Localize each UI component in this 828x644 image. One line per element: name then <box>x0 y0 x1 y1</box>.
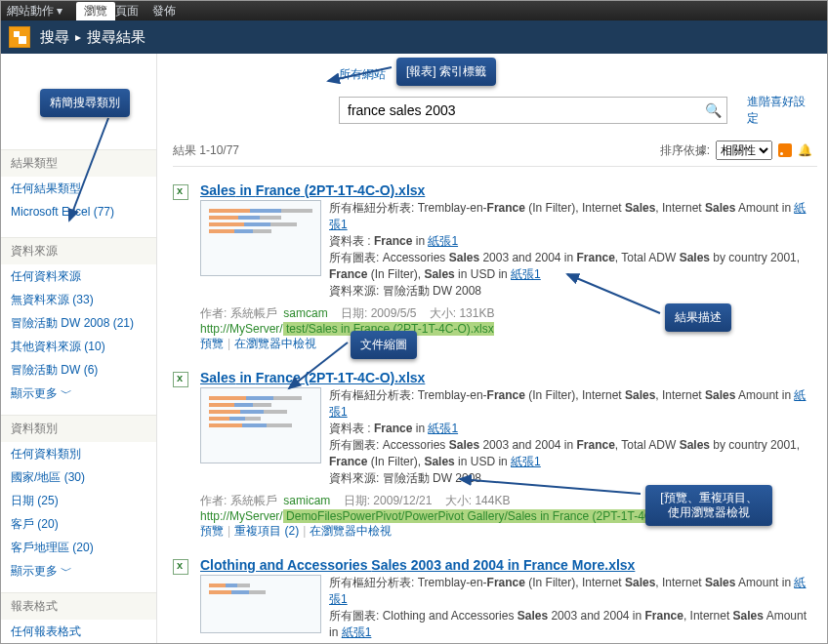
refine-no-source[interactable]: 無資料來源 (33) <box>1 288 156 311</box>
advanced-search-link[interactable]: 進階喜好設定 <box>747 94 817 127</box>
preview-link[interactable]: 預覽 <box>200 337 224 350</box>
result-date: 日期: 2009/12/21 <box>344 494 433 507</box>
ribbon-topbar: 網站動作 ▾ 瀏覽 頁面 發佈 <box>1 1 827 20</box>
results-area: 所有網站 人員 報表 🔍 進階喜好設定 結果 1-10/77 排序依據: 相關性… <box>157 54 827 643</box>
excel-icon <box>173 372 188 387</box>
refine-group-result-type: 結果類型 <box>1 149 156 177</box>
scope-all-sites[interactable]: 所有網站 <box>339 66 386 83</box>
result-author: 作者: 系統帳戶 <box>200 494 277 507</box>
callout-description: 結果描述 <box>665 303 731 332</box>
sheet-link[interactable]: 紙張1 <box>511 455 541 468</box>
alert-icon[interactable]: 🔔 <box>798 143 811 157</box>
refine-other-source[interactable]: 其他資料來源 (10) <box>1 335 156 358</box>
results-header: 結果 1-10/77 排序依據: 相關性 🔔 <box>173 137 817 167</box>
result-item: Clothing and Accessories Sales 2003 and … <box>173 551 817 643</box>
result-description: 所有樞紐分析表: Tremblay-en-France (In Filter),… <box>329 200 817 300</box>
refine-dw2008[interactable]: 冒險活動 DW 2008 (21) <box>1 311 156 335</box>
duplicates-link[interactable]: 重複項目 (2) <box>234 524 299 538</box>
tab-page[interactable]: 頁面 <box>115 3 139 20</box>
result-item: Sales in France (2PT-1T-4C-O).xlsx 所有樞紐分… <box>173 177 817 364</box>
open-browser-link[interactable]: 在瀏覽器中檢視 <box>310 524 392 538</box>
result-count: 結果 1-10/77 <box>173 142 239 159</box>
refine-any-source[interactable]: 任何資料來源 <box>1 264 156 288</box>
search-box: 🔍 <box>339 97 727 124</box>
breadcrumb-sep: ▸ <box>75 30 81 44</box>
breadcrumb-root[interactable]: 搜尋 <box>40 28 69 47</box>
search-input[interactable] <box>340 102 699 118</box>
page-header: 搜尋 ▸ 搜尋結果 <box>1 20 827 54</box>
refine-group-category: 資料類別 <box>1 415 156 442</box>
refine-group-format: 報表格式 <box>1 592 156 620</box>
tab-browse[interactable]: 瀏覽 <box>76 2 115 20</box>
site-actions-menu[interactable]: 網站動作 ▾ <box>7 3 62 20</box>
result-author: 作者: 系統帳戶 <box>200 306 277 320</box>
refine-any-cat[interactable]: 任何資料類別 <box>1 442 156 465</box>
refine-custgeo[interactable]: 客戶地理區 (20) <box>1 536 156 559</box>
refine-excel[interactable]: Microsoft Excel (77) <box>1 200 156 223</box>
callout-thumbnail: 文件縮圖 <box>351 331 417 359</box>
result-title-link[interactable]: Clothing and Accessories Sales 2003 and … <box>200 557 635 573</box>
callout-refine: 精簡搜尋類別 <box>40 89 130 117</box>
result-thumbnail[interactable] <box>200 575 321 633</box>
result-description: 所有樞紐分析表: Tremblay-en-France (In Filter),… <box>329 387 817 487</box>
callout-reports-tab: [報表] 索引標籤 <box>396 58 496 86</box>
refine-dw[interactable]: 冒險活動 DW (6) <box>1 358 156 382</box>
breadcrumb-current: 搜尋結果 <box>87 28 145 47</box>
refine-cat-more[interactable]: 顯示更多 ﹀ <box>1 559 156 583</box>
refinement-panel: 結果類型 任何結果類型 Microsoft Excel (77) 資料來源 任何… <box>1 54 157 643</box>
refine-country[interactable]: 國家/地區 (30) <box>1 465 156 489</box>
refine-any-format[interactable]: 任何報表格式 <box>1 620 156 643</box>
site-logo <box>9 26 30 48</box>
result-title-link[interactable]: Sales in France (2PT-1T-4C-O).xlsx <box>200 370 425 385</box>
result-url: http://MyServer/ test/Sales in France (2… <box>200 322 494 336</box>
refine-group-source: 資料來源 <box>1 237 156 264</box>
result-date: 日期: 2009/5/5 <box>341 306 416 320</box>
callout-actions: [預覽、重複項目、使用瀏覽器檢視 <box>645 485 772 526</box>
sheet-link[interactable]: 紙張1 <box>342 625 372 639</box>
sheet-link[interactable]: 紙張1 <box>428 422 458 435</box>
result-size: 大小: 144KB <box>445 494 511 507</box>
refine-any-result[interactable]: 任何結果類型 <box>1 177 156 200</box>
result-description: 所有樞紐分析表: Tremblay-en-France (In Filter),… <box>329 575 817 643</box>
result-size: 大小: 131KB <box>430 306 495 320</box>
sheet-link[interactable]: 紙張1 <box>428 234 458 248</box>
open-browser-link[interactable]: 在瀏覽器中檢視 <box>234 337 316 350</box>
result-url: http://MyServer/ DemoFilesPowerPivot/Pow… <box>200 509 693 523</box>
sort-select[interactable]: 相關性 <box>716 141 772 160</box>
result-title-link[interactable]: Sales in France (2PT-1T-4C-O).xlsx <box>200 182 425 198</box>
search-go-icon[interactable]: 🔍 <box>699 102 726 118</box>
result-thumbnail[interactable] <box>200 387 321 463</box>
sort-label: 排序依據: <box>660 142 710 159</box>
refine-source-more[interactable]: 顯示更多 ﹀ <box>1 382 156 405</box>
result-thumbnail[interactable] <box>200 200 321 276</box>
rss-icon[interactable] <box>778 143 792 157</box>
excel-icon <box>173 184 188 200</box>
tab-publish[interactable]: 發佈 <box>152 3 176 20</box>
preview-link[interactable]: 預覽 <box>200 524 224 538</box>
refine-date[interactable]: 日期 (25) <box>1 489 156 512</box>
sheet-link[interactable]: 紙張1 <box>511 267 541 281</box>
excel-icon <box>173 559 188 575</box>
refine-customer[interactable]: 客戶 (20) <box>1 512 156 536</box>
